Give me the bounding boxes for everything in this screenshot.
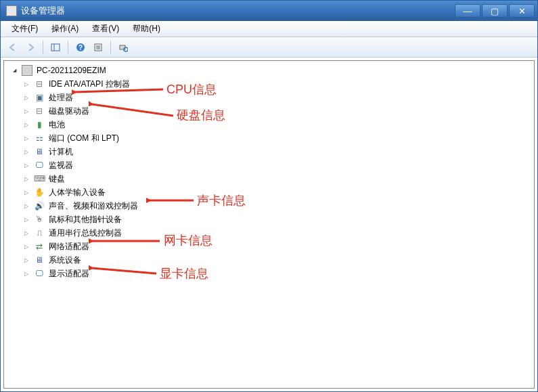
tree-item-label: 网络适配器 bbox=[47, 240, 91, 253]
tree-item-label: 通用串行总线控制器 bbox=[47, 227, 123, 240]
window-title: 设备管理器 bbox=[21, 5, 455, 17]
monitor-icon: 🖵 bbox=[34, 160, 45, 171]
tree-item-label: 人体学输入设备 bbox=[47, 186, 107, 199]
window-controls: — ▢ ✕ bbox=[455, 4, 535, 18]
show-hide-button[interactable] bbox=[47, 39, 64, 56]
back-button[interactable] bbox=[5, 39, 21, 56]
expand-icon[interactable] bbox=[23, 121, 30, 128]
tree-item-display[interactable]: 🖵 显示适配器 bbox=[20, 267, 534, 280]
tree-item-label: 监视器 bbox=[47, 159, 74, 172]
maximize-button[interactable]: ▢ bbox=[482, 4, 508, 18]
app-icon bbox=[6, 5, 17, 16]
tree-item-label: 电池 bbox=[47, 118, 66, 131]
tree-item-battery[interactable]: ▮ 电池 bbox=[20, 118, 534, 131]
mouse-icon: 🖰 bbox=[34, 214, 45, 225]
ide-icon: ⊟ bbox=[34, 79, 45, 89]
device-manager-window: 设备管理器 — ▢ ✕ 文件(F) 操作(A) 查看(V) 帮助(H) ? PC… bbox=[0, 0, 538, 392]
menu-view[interactable]: 查看(V) bbox=[85, 21, 126, 37]
expand-icon[interactable] bbox=[23, 202, 30, 209]
svg-rect-0 bbox=[51, 44, 60, 51]
help-button[interactable]: ? bbox=[72, 39, 89, 56]
menu-action[interactable]: 操作(A) bbox=[45, 21, 85, 37]
tree-item-disk[interactable]: ⊟ 磁盘驱动器 bbox=[20, 104, 534, 118]
device-tree: PC-20211209EZIM ⊟ IDE ATA/ATAPI 控制器 ▣ 处理… bbox=[4, 61, 534, 283]
port-icon: ⚏ bbox=[34, 133, 45, 144]
expand-icon[interactable] bbox=[23, 148, 30, 155]
minimize-button[interactable]: — bbox=[455, 4, 480, 18]
expand-icon[interactable] bbox=[23, 81, 30, 87]
tree-item-label: 端口 (COM 和 LPT) bbox=[47, 132, 120, 145]
disk-icon: ⊟ bbox=[34, 106, 45, 116]
tree-item-label: 磁盘驱动器 bbox=[47, 105, 91, 118]
expand-icon[interactable] bbox=[23, 189, 30, 196]
menu-help[interactable]: 帮助(H) bbox=[126, 21, 167, 37]
toolbar: ? bbox=[1, 37, 537, 58]
expand-icon[interactable] bbox=[23, 94, 30, 101]
expand-icon[interactable] bbox=[23, 270, 30, 277]
toolbar-separator bbox=[110, 41, 111, 54]
expand-icon[interactable] bbox=[23, 135, 30, 141]
tree-item-label: 鼠标和其他指针设备 bbox=[47, 213, 123, 226]
tree-item-processor[interactable]: ▣ 处理器 bbox=[20, 91, 534, 104]
tree-item-computer[interactable]: 🖥 计算机 bbox=[20, 145, 534, 158]
expand-icon[interactable] bbox=[23, 216, 30, 223]
battery-icon: ▮ bbox=[34, 119, 45, 130]
audio-icon: 🔊 bbox=[34, 200, 45, 211]
toolbar-separator bbox=[68, 41, 68, 54]
close-button[interactable]: ✕ bbox=[509, 4, 535, 18]
tree-item-mouse[interactable]: 🖰 鼠标和其他指针设备 bbox=[20, 213, 534, 226]
tree-item-label: 计算机 bbox=[47, 146, 74, 158]
tree-content: PC-20211209EZIM ⊟ IDE ATA/ATAPI 控制器 ▣ 处理… bbox=[3, 60, 535, 389]
tree-item-keyboard[interactable]: ⌨ 键盘 bbox=[20, 172, 534, 186]
tree-item-hid[interactable]: ✋ 人体学输入设备 bbox=[20, 186, 534, 199]
expand-icon[interactable] bbox=[23, 243, 30, 250]
system-icon: 🖥 bbox=[34, 255, 45, 265]
expand-icon[interactable] bbox=[23, 108, 30, 114]
tree-item-monitor[interactable]: 🖵 监视器 bbox=[20, 158, 534, 172]
tree-item-label: 系统设备 bbox=[47, 254, 83, 267]
cpu-icon: ▣ bbox=[34, 92, 45, 103]
network-icon: ⇄ bbox=[34, 241, 45, 252]
tree-root-label: PC-20211209EZIM bbox=[35, 65, 108, 76]
tree-item-label: 显示适配器 bbox=[47, 267, 91, 280]
tree-item-ide[interactable]: ⊟ IDE ATA/ATAPI 控制器 bbox=[20, 77, 534, 91]
menubar: 文件(F) 操作(A) 查看(V) 帮助(H) bbox=[1, 21, 537, 37]
titlebar[interactable]: 设备管理器 — ▢ ✕ bbox=[1, 1, 537, 21]
tree-item-network[interactable]: ⇄ 网络适配器 bbox=[20, 240, 534, 253]
tree-item-audio[interactable]: 🔊 声音、视频和游戏控制器 bbox=[20, 199, 534, 213]
expand-icon[interactable] bbox=[11, 67, 18, 74]
tree-item-label: 键盘 bbox=[47, 173, 66, 186]
scan-hardware-button[interactable] bbox=[115, 39, 131, 56]
computer-icon bbox=[22, 65, 32, 76]
tree-item-ports[interactable]: ⚏ 端口 (COM 和 LPT) bbox=[20, 131, 534, 145]
properties-button[interactable] bbox=[90, 39, 106, 56]
usb-icon: ⎍ bbox=[34, 227, 45, 238]
menu-file[interactable]: 文件(F) bbox=[5, 21, 45, 37]
toolbar-separator bbox=[43, 41, 43, 54]
svg-text:?: ? bbox=[79, 44, 83, 51]
computer-category-icon: 🖥 bbox=[34, 146, 45, 157]
tree-root[interactable]: PC-20211209EZIM bbox=[8, 64, 534, 77]
keyboard-icon: ⌨ bbox=[34, 173, 45, 184]
tree-item-system[interactable]: 🖥 系统设备 bbox=[20, 253, 534, 267]
hid-icon: ✋ bbox=[34, 187, 45, 198]
expand-icon[interactable] bbox=[23, 175, 30, 182]
tree-item-label: IDE ATA/ATAPI 控制器 bbox=[47, 78, 131, 91]
expand-icon[interactable] bbox=[23, 230, 30, 236]
forward-button[interactable] bbox=[22, 39, 39, 56]
expand-icon[interactable] bbox=[23, 162, 30, 169]
tree-item-label: 处理器 bbox=[47, 91, 74, 104]
expand-icon[interactable] bbox=[23, 257, 30, 263]
display-adapter-icon: 🖵 bbox=[34, 268, 45, 279]
tree-item-usb[interactable]: ⎍ 通用串行总线控制器 bbox=[20, 226, 534, 240]
tree-item-label: 声音、视频和游戏控制器 bbox=[47, 200, 139, 213]
